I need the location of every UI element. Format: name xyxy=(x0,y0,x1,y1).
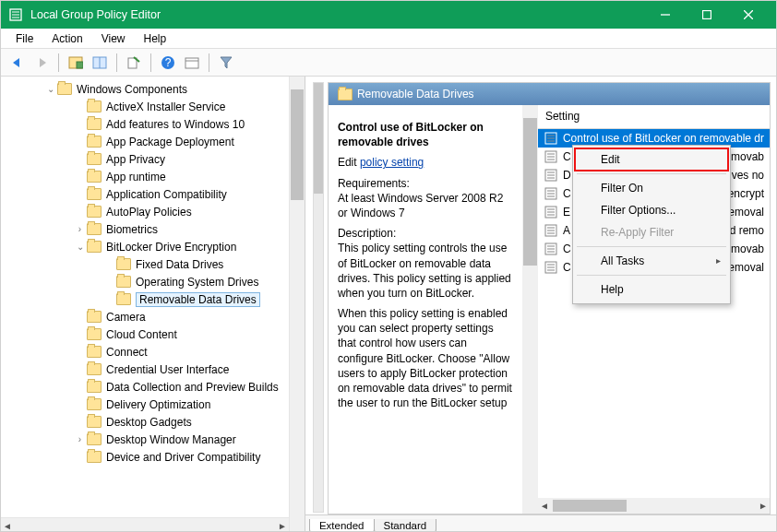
folder-icon xyxy=(87,188,102,200)
refresh-button[interactable] xyxy=(181,52,203,74)
tree-toggle-icon[interactable]: › xyxy=(75,224,85,234)
tree-item[interactable]: App runtime xyxy=(8,168,289,185)
tree-item-label: Desktop Window Manager xyxy=(106,433,236,446)
setting-label: C xyxy=(563,150,571,163)
setting-label: C xyxy=(563,242,571,255)
folder-icon xyxy=(87,171,102,183)
scroll-right-icon[interactable]: ► xyxy=(278,521,287,531)
tree-item[interactable]: Device and Driver Compatibility xyxy=(8,448,289,466)
policy-icon xyxy=(544,149,558,164)
context-menu-item[interactable]: Help xyxy=(575,278,728,301)
menu-file[interactable]: File xyxy=(6,30,42,47)
menu-action[interactable]: Action xyxy=(42,30,91,47)
setting-label: A xyxy=(563,224,570,237)
tree-item-label: Delivery Optimization xyxy=(106,398,210,411)
folder-icon xyxy=(87,433,102,445)
folder-icon xyxy=(338,89,353,100)
forward-button[interactable] xyxy=(30,52,53,74)
tab-standard[interactable]: Standard xyxy=(374,519,437,532)
tree-item[interactable]: Delivery Optimization xyxy=(8,396,289,413)
tree-item[interactable]: ›Desktop Window Manager xyxy=(8,431,289,448)
tree-item[interactable]: Operating System Drives xyxy=(8,273,289,290)
folder-icon xyxy=(87,398,102,410)
minimize-button[interactable] xyxy=(644,1,686,29)
tree-item[interactable]: ActiveX Installer Service xyxy=(8,98,289,115)
maximize-button[interactable] xyxy=(686,1,727,29)
menu-help[interactable]: Help xyxy=(135,30,176,47)
menu-view[interactable]: View xyxy=(92,30,135,47)
export-button[interactable] xyxy=(123,52,145,74)
folder-icon xyxy=(116,258,131,270)
tree-item[interactable]: Camera xyxy=(8,308,289,325)
context-menu-item[interactable]: All Tasks xyxy=(575,250,728,272)
properties-button[interactable] xyxy=(89,52,111,74)
tab-extended[interactable]: Extended xyxy=(309,519,375,532)
tree-item-label: Add features to Windows 10 xyxy=(106,118,245,131)
tree-pane: ⌄Windows ComponentsActiveX Installer Ser… xyxy=(1,77,305,532)
show-hide-tree-button[interactable] xyxy=(65,52,87,74)
settings-column-header[interactable]: Setting xyxy=(538,105,770,129)
tree-item[interactable]: Cloud Content xyxy=(8,325,289,343)
tree-item[interactable]: Application Compatibility xyxy=(8,185,289,203)
tree-item-label: App runtime xyxy=(106,171,166,183)
tree-item-label: Device and Driver Compatibility xyxy=(106,451,260,464)
policy-icon xyxy=(544,186,558,201)
folder-icon xyxy=(116,293,131,305)
tree-item-label: Credential User Interface xyxy=(106,363,229,376)
splitter-track[interactable] xyxy=(313,82,324,513)
tree-item[interactable]: Data Collection and Preview Builds xyxy=(8,378,289,396)
setting-label: C xyxy=(563,261,571,274)
policy-icon xyxy=(544,168,558,183)
folder-icon xyxy=(87,363,102,375)
folder-icon xyxy=(116,276,131,288)
tree-item[interactable]: AutoPlay Policies xyxy=(8,203,289,220)
description-scrollbar[interactable] xyxy=(522,105,538,514)
policy-icon xyxy=(544,242,558,256)
tree-item-label: Cloud Content xyxy=(106,328,177,341)
tree-item-label: Operating System Drives xyxy=(136,276,258,289)
policy-title: Control use of BitLocker on removable dr… xyxy=(338,121,484,148)
folder-icon xyxy=(87,381,102,393)
tree-item[interactable]: Desktop Gadgets xyxy=(8,413,289,431)
tree-toggle-icon[interactable]: › xyxy=(75,434,85,444)
scroll-left-icon[interactable]: ◄ xyxy=(540,501,549,511)
folder-icon xyxy=(87,206,102,218)
settings-horizontal-scrollbar[interactable]: ◄ ► xyxy=(538,498,770,514)
folder-icon xyxy=(87,346,102,358)
tree-item[interactable]: ⌄Windows Components xyxy=(8,80,289,98)
tree-horizontal-scrollbar[interactable]: ◄ ► xyxy=(1,517,289,532)
context-menu-item[interactable]: Filter On xyxy=(575,177,728,199)
scroll-left-icon[interactable]: ◄ xyxy=(3,521,12,531)
tree-item[interactable]: Removable Data Drives xyxy=(8,290,289,308)
edit-policy-link[interactable]: policy setting xyxy=(360,156,424,169)
scroll-right-icon[interactable]: ► xyxy=(759,501,768,511)
tree-item[interactable]: Add features to Windows 10 xyxy=(8,115,289,133)
tree-item[interactable]: App Privacy xyxy=(8,150,289,168)
context-menu-item[interactable]: Edit xyxy=(575,148,728,171)
tree-toggle-icon[interactable]: ⌄ xyxy=(45,84,55,94)
back-button[interactable] xyxy=(6,52,29,74)
tree-item-label: ActiveX Installer Service xyxy=(106,100,225,113)
menubar: File Action View Help xyxy=(1,29,776,49)
context-menu-item[interactable]: Filter Options... xyxy=(575,199,728,221)
tree-item[interactable]: ›Biometrics xyxy=(8,220,289,238)
tree-item-label: Windows Components xyxy=(77,83,187,96)
tree-toggle-icon[interactable]: ⌄ xyxy=(75,242,85,252)
tree-item[interactable]: Fixed Data Drives xyxy=(8,255,289,273)
policy-icon xyxy=(544,131,558,146)
folder-icon xyxy=(87,100,102,112)
tree-item-label: AutoPlay Policies xyxy=(106,206,192,219)
help-button[interactable]: ? xyxy=(157,52,179,74)
folder-icon xyxy=(87,311,102,323)
tree-item[interactable]: App Package Deployment xyxy=(8,133,289,150)
tree-item[interactable]: ⌄BitLocker Drive Encryption xyxy=(8,238,289,255)
detail-tabs: Extended Standard xyxy=(305,514,776,532)
tree-item[interactable]: Connect xyxy=(8,343,289,361)
tree-item[interactable]: Credential User Interface xyxy=(8,361,289,378)
filter-button[interactable] xyxy=(215,52,237,74)
setting-label: D xyxy=(563,169,571,182)
details-header-title: Removable Data Drives xyxy=(357,88,474,100)
details-header: Removable Data Drives xyxy=(329,83,770,105)
close-button[interactable] xyxy=(727,1,769,29)
tree-vertical-scrollbar[interactable] xyxy=(289,77,305,532)
